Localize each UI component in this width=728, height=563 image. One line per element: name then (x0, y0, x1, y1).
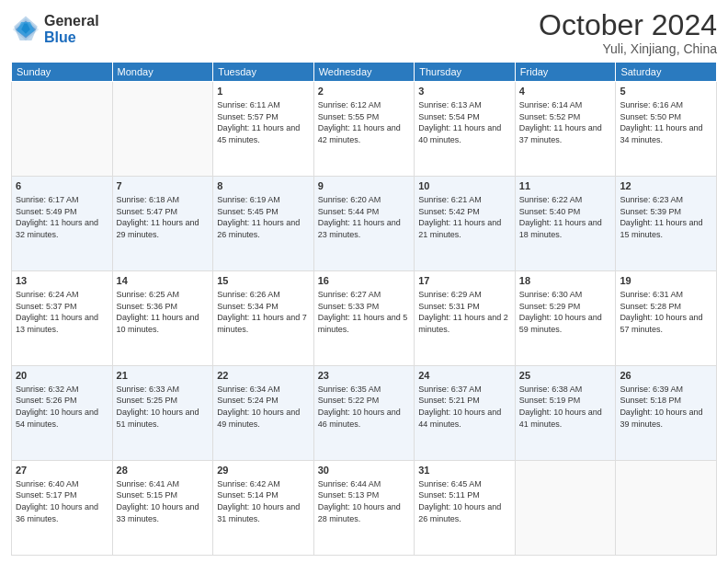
day-number: 5 (620, 85, 712, 98)
location: Yuli, Xinjiang, China (539, 41, 717, 56)
day-number: 22 (217, 369, 310, 383)
day-info: Sunrise: 6:30 AMSunset: 5:29 PMDaylight:… (519, 289, 612, 335)
calendar-cell: 16Sunrise: 6:27 AMSunset: 5:33 PMDayligh… (313, 271, 415, 366)
day-info: Sunrise: 6:27 AMSunset: 5:33 PMDaylight:… (318, 289, 411, 335)
calendar-cell (616, 461, 717, 556)
day-number: 2 (318, 85, 411, 98)
calendar-table: SundayMondayTuesdayWednesdayThursdayFrid… (11, 62, 717, 556)
day-info: Sunrise: 6:13 AMSunset: 5:54 PMDaylight:… (418, 99, 511, 145)
day-number: 15 (217, 274, 310, 288)
day-info: Sunrise: 6:29 AMSunset: 5:31 PMDaylight:… (418, 289, 511, 335)
calendar-week-row: 20Sunrise: 6:32 AMSunset: 5:26 PMDayligh… (12, 366, 717, 461)
calendar-cell: 26Sunrise: 6:39 AMSunset: 5:18 PMDayligh… (616, 366, 717, 461)
calendar-cell: 2Sunrise: 6:12 AMSunset: 5:55 PMDaylight… (313, 82, 415, 177)
title-block: October 2024 Yuli, Xinjiang, China (539, 9, 717, 56)
logo-icon (11, 15, 40, 44)
calendar-cell: 4Sunrise: 6:14 AMSunset: 5:52 PMDaylight… (515, 82, 616, 177)
day-number: 8 (217, 179, 310, 193)
calendar-day-header: Tuesday (213, 63, 314, 82)
day-number: 11 (519, 179, 612, 193)
day-info: Sunrise: 6:38 AMSunset: 5:19 PMDaylight:… (519, 384, 612, 430)
day-info: Sunrise: 6:18 AMSunset: 5:47 PMDaylight:… (117, 194, 210, 240)
day-info: Sunrise: 6:40 AMSunset: 5:17 PMDaylight:… (16, 478, 108, 524)
calendar-day-header: Sunday (12, 63, 113, 82)
day-number: 3 (418, 85, 511, 98)
calendar-cell: 11Sunrise: 6:22 AMSunset: 5:40 PMDayligh… (515, 177, 616, 271)
day-number: 23 (318, 369, 411, 383)
calendar-cell: 23Sunrise: 6:35 AMSunset: 5:22 PMDayligh… (313, 366, 415, 461)
day-number: 4 (519, 85, 612, 98)
calendar-cell: 21Sunrise: 6:33 AMSunset: 5:25 PMDayligh… (112, 366, 213, 461)
day-number: 19 (620, 274, 712, 288)
day-info: Sunrise: 6:44 AMSunset: 5:13 PMDaylight:… (318, 478, 411, 524)
calendar-cell: 14Sunrise: 6:25 AMSunset: 5:36 PMDayligh… (112, 271, 213, 366)
day-number: 25 (519, 369, 612, 383)
calendar-day-header: Thursday (415, 63, 516, 82)
day-number: 30 (318, 464, 411, 477)
day-info: Sunrise: 6:37 AMSunset: 5:21 PMDaylight:… (418, 384, 511, 430)
calendar-cell: 9Sunrise: 6:20 AMSunset: 5:44 PMDaylight… (313, 177, 415, 271)
calendar-week-row: 1Sunrise: 6:11 AMSunset: 5:57 PMDaylight… (12, 82, 717, 177)
day-number: 18 (519, 274, 612, 288)
calendar-cell: 29Sunrise: 6:42 AMSunset: 5:14 PMDayligh… (213, 461, 314, 556)
calendar-cell (12, 82, 113, 177)
calendar-cell: 22Sunrise: 6:34 AMSunset: 5:24 PMDayligh… (213, 366, 314, 461)
logo-blue: Blue (44, 29, 99, 46)
calendar-cell: 12Sunrise: 6:23 AMSunset: 5:39 PMDayligh… (616, 177, 717, 271)
calendar-cell: 8Sunrise: 6:19 AMSunset: 5:45 PMDaylight… (213, 177, 314, 271)
page: General Blue October 2024 Yuli, Xinjiang… (0, 0, 728, 563)
calendar-cell: 3Sunrise: 6:13 AMSunset: 5:54 PMDaylight… (415, 82, 516, 177)
day-info: Sunrise: 6:16 AMSunset: 5:50 PMDaylight:… (620, 99, 712, 145)
day-info: Sunrise: 6:24 AMSunset: 5:37 PMDaylight:… (16, 289, 108, 335)
calendar-week-row: 6Sunrise: 6:17 AMSunset: 5:49 PMDaylight… (12, 177, 717, 271)
day-info: Sunrise: 6:17 AMSunset: 5:49 PMDaylight:… (16, 194, 108, 240)
calendar-cell: 24Sunrise: 6:37 AMSunset: 5:21 PMDayligh… (415, 366, 516, 461)
day-info: Sunrise: 6:34 AMSunset: 5:24 PMDaylight:… (217, 384, 310, 430)
day-number: 24 (418, 369, 511, 383)
day-info: Sunrise: 6:22 AMSunset: 5:40 PMDaylight:… (519, 194, 612, 240)
logo: General Blue (11, 13, 99, 45)
calendar-cell: 17Sunrise: 6:29 AMSunset: 5:31 PMDayligh… (415, 271, 516, 366)
day-info: Sunrise: 6:33 AMSunset: 5:25 PMDaylight:… (117, 384, 210, 430)
day-info: Sunrise: 6:21 AMSunset: 5:42 PMDaylight:… (418, 194, 511, 240)
day-info: Sunrise: 6:19 AMSunset: 5:45 PMDaylight:… (217, 194, 310, 240)
logo-text: General Blue (44, 13, 99, 45)
day-number: 7 (117, 179, 210, 193)
day-info: Sunrise: 6:11 AMSunset: 5:57 PMDaylight:… (217, 99, 310, 145)
calendar-cell: 1Sunrise: 6:11 AMSunset: 5:57 PMDaylight… (213, 82, 314, 177)
calendar-day-header: Friday (515, 63, 616, 82)
calendar-body: 1Sunrise: 6:11 AMSunset: 5:57 PMDaylight… (12, 82, 717, 556)
day-info: Sunrise: 6:31 AMSunset: 5:28 PMDaylight:… (620, 289, 712, 335)
day-number: 21 (117, 369, 210, 383)
day-info: Sunrise: 6:26 AMSunset: 5:34 PMDaylight:… (217, 289, 310, 335)
calendar-day-header: Wednesday (313, 63, 415, 82)
calendar-cell (515, 461, 616, 556)
calendar-cell: 30Sunrise: 6:44 AMSunset: 5:13 PMDayligh… (313, 461, 415, 556)
calendar-week-row: 13Sunrise: 6:24 AMSunset: 5:37 PMDayligh… (12, 271, 717, 366)
calendar-cell: 13Sunrise: 6:24 AMSunset: 5:37 PMDayligh… (12, 271, 113, 366)
logo-general: General (44, 13, 99, 29)
day-info: Sunrise: 6:12 AMSunset: 5:55 PMDaylight:… (318, 99, 411, 145)
day-number: 10 (418, 179, 511, 193)
day-number: 9 (318, 179, 411, 193)
day-number: 26 (620, 369, 712, 383)
calendar-week-row: 27Sunrise: 6:40 AMSunset: 5:17 PMDayligh… (12, 461, 717, 556)
day-info: Sunrise: 6:39 AMSunset: 5:18 PMDaylight:… (620, 384, 712, 430)
day-number: 20 (16, 369, 108, 383)
day-info: Sunrise: 6:45 AMSunset: 5:11 PMDaylight:… (418, 478, 511, 524)
calendar-cell: 6Sunrise: 6:17 AMSunset: 5:49 PMDaylight… (12, 177, 113, 271)
calendar-cell: 15Sunrise: 6:26 AMSunset: 5:34 PMDayligh… (213, 271, 314, 366)
day-number: 29 (217, 464, 310, 477)
day-number: 14 (117, 274, 210, 288)
calendar-cell: 5Sunrise: 6:16 AMSunset: 5:50 PMDaylight… (616, 82, 717, 177)
day-number: 27 (16, 464, 108, 477)
day-number: 1 (217, 85, 310, 98)
calendar-cell (112, 82, 213, 177)
day-info: Sunrise: 6:42 AMSunset: 5:14 PMDaylight:… (217, 478, 310, 524)
calendar-day-header: Monday (112, 63, 213, 82)
calendar-cell: 31Sunrise: 6:45 AMSunset: 5:11 PMDayligh… (415, 461, 516, 556)
day-number: 16 (318, 274, 411, 288)
calendar-cell: 19Sunrise: 6:31 AMSunset: 5:28 PMDayligh… (616, 271, 717, 366)
calendar-cell: 7Sunrise: 6:18 AMSunset: 5:47 PMDaylight… (112, 177, 213, 271)
calendar-cell: 28Sunrise: 6:41 AMSunset: 5:15 PMDayligh… (112, 461, 213, 556)
